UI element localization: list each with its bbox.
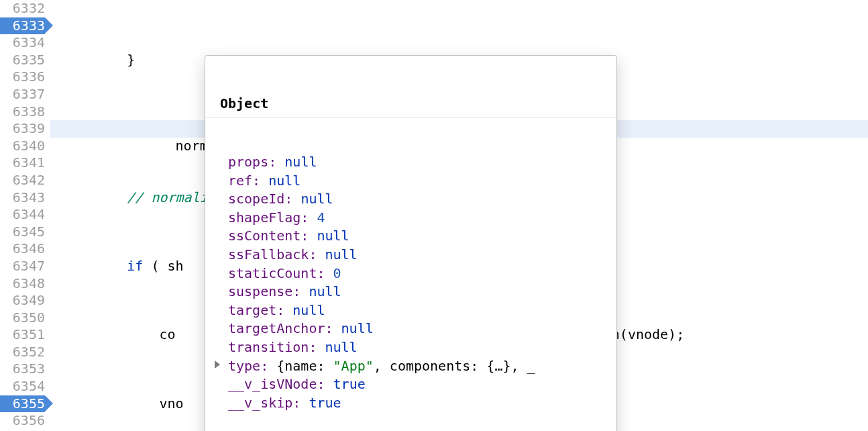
property-value: {name: "App", components: {…}, _: [276, 358, 535, 374]
line-number[interactable]: 6349: [0, 292, 45, 309]
property-value: null: [284, 154, 317, 170]
property-value: true: [309, 395, 341, 411]
code-area[interactable]: } normalizeChildren(vnode, children); ch…: [50, 0, 868, 431]
popup-title: Object: [205, 93, 616, 117]
popup-property[interactable]: ref: null: [205, 172, 616, 191]
property-key: transition:: [228, 339, 325, 355]
popup-property[interactable]: staticCount: 0: [205, 265, 616, 283]
line-number[interactable]: 6339: [0, 120, 45, 138]
property-value: null: [292, 302, 325, 318]
property-value: null: [309, 283, 341, 299]
debug-value-popup[interactable]: Object props: nullref: nullscopeId: null…: [205, 55, 617, 431]
gutter: 6332633363346335633663376338633963406341…: [0, 0, 50, 431]
code-text: vno: [62, 395, 184, 412]
property-key: staticCount:: [228, 265, 333, 281]
property-value: 4: [317, 209, 325, 226]
line-number[interactable]: 6351: [0, 326, 45, 344]
line-number[interactable]: 6344: [0, 206, 45, 224]
line-number[interactable]: 6340: [0, 138, 45, 155]
expand-icon[interactable]: [215, 361, 220, 369]
line-number[interactable]: 6353: [0, 361, 45, 378]
line-number[interactable]: 6347: [0, 258, 45, 275]
line-number[interactable]: 6348: [0, 275, 45, 293]
line-number[interactable]: 6337: [0, 86, 45, 103]
line-number[interactable]: 6334: [0, 34, 45, 52]
code-text: co: [62, 326, 176, 342]
property-key: ssContent:: [228, 228, 317, 244]
code-text: }: [62, 52, 135, 68]
property-value: null: [341, 320, 374, 336]
popup-property[interactable]: type: {name: "App", components: {…}, _: [205, 357, 616, 376]
property-value: null: [325, 246, 358, 262]
line-number[interactable]: 6356: [0, 412, 45, 430]
line-number[interactable]: 6342: [0, 172, 45, 189]
popup-property[interactable]: suspense: null: [205, 283, 616, 301]
line-number[interactable]: 6346: [0, 240, 45, 258]
property-value: null: [317, 228, 349, 244]
popup-property[interactable]: __v_isVNode: true: [205, 375, 616, 394]
popup-property[interactable]: scopeId: null: [205, 190, 616, 209]
property-value: null: [301, 191, 333, 207]
line-number[interactable]: 6335: [0, 52, 45, 69]
line-number[interactable]: 6345: [0, 224, 45, 241]
line-number[interactable]: 6336: [0, 68, 45, 86]
code-text: ( sh: [143, 258, 183, 274]
property-key: ref:: [228, 173, 268, 189]
property-key: shapeFlag:: [228, 209, 317, 226]
property-value: null: [268, 173, 301, 189]
popup-property[interactable]: __v_skip: true: [205, 394, 616, 413]
property-key: type:: [228, 358, 276, 374]
property-key: target:: [228, 302, 292, 318]
popup-property[interactable]: ssFallback: null: [205, 246, 616, 265]
popup-rows: props: nullref: nullscopeId: nullshapeFl…: [205, 152, 616, 412]
property-key: targetAnchor:: [228, 320, 341, 336]
code-editor: 6332633363346335633663376338633963406341…: [0, 0, 868, 431]
property-key: scopeId:: [228, 191, 301, 207]
popup-property[interactable]: shapeFlag: 4: [205, 209, 616, 228]
line-number[interactable]: 6332: [0, 0, 45, 17]
line-number[interactable]: 6343: [0, 189, 45, 207]
line-number[interactable]: 6341: [0, 154, 45, 172]
popup-property[interactable]: props: null: [205, 153, 616, 172]
property-key: ssFallback:: [228, 246, 325, 262]
property-value: null: [325, 339, 358, 355]
line-number[interactable]: 6338: [0, 103, 45, 121]
property-key: suspense:: [228, 283, 309, 299]
line-number[interactable]: 6350: [0, 309, 45, 327]
line-number[interactable]: 6355: [0, 395, 45, 413]
property-key: __v_isVNode:: [228, 376, 333, 392]
line-number[interactable]: 6354: [0, 378, 45, 395]
popup-property[interactable]: target: null: [205, 301, 616, 320]
property-value: 0: [333, 265, 341, 281]
line-number[interactable]: 6333: [0, 17, 45, 35]
property-key: __v_skip:: [228, 395, 309, 411]
property-value: true: [333, 376, 366, 392]
popup-property[interactable]: ssContent: null: [205, 227, 616, 246]
keyword: if: [62, 258, 143, 274]
popup-property[interactable]: targetAnchor: null: [205, 320, 616, 338]
property-key: props:: [228, 154, 284, 170]
line-number[interactable]: 6352: [0, 344, 45, 361]
popup-property[interactable]: transition: null: [205, 338, 616, 357]
